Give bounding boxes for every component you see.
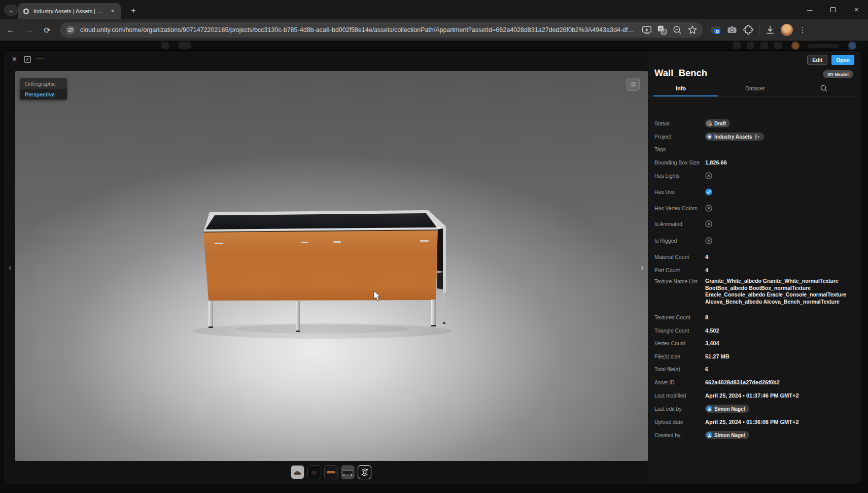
- tab-search-menu-button[interactable]: ⌄: [4, 5, 18, 16]
- fullscreen-icon[interactable]: [24, 56, 31, 63]
- field-row-last-edit-by: Last edit by Simon Nagel: [654, 404, 854, 413]
- person-icon: [707, 407, 712, 411]
- file-thumbnail-boot[interactable]: [291, 465, 304, 479]
- field-row-textures-count: Textures Count 8: [654, 313, 854, 322]
- no-icon: [705, 172, 712, 179]
- screen: ⌄ Industry Assets | Assets | Unity ✕ + —…: [0, 0, 868, 493]
- dimmed-icon: [760, 42, 768, 49]
- extensions-area: ⋮: [710, 24, 811, 36]
- dimmed-text: [808, 44, 839, 48]
- field-row-vertex-count: Vertex Count 3,404: [654, 339, 854, 348]
- browser-profile-avatar[interactable]: [781, 24, 793, 36]
- edit-button[interactable]: Edit: [807, 55, 827, 65]
- field-row-is-animated: Is Animated: [654, 219, 854, 228]
- prev-asset-chevron[interactable]: ‹: [9, 263, 12, 272]
- field-row-total-files: Total file(s) 6: [654, 365, 854, 374]
- dimmed-icon: [161, 42, 169, 49]
- dimmed-page-header: [0, 41, 868, 51]
- field-row-is-rigged: Is Rigged: [654, 236, 854, 245]
- screenshot-extension-icon[interactable]: [710, 24, 721, 36]
- maximize-button[interactable]: [821, 0, 845, 19]
- tab-info[interactable]: Info: [666, 80, 696, 96]
- project-icon: [706, 134, 712, 140]
- viewport-settings-button[interactable]: [627, 78, 640, 91]
- browser-tab[interactable]: Industry Assets | Assets | Unity ✕: [18, 3, 121, 19]
- window-controls: — ✕: [798, 0, 868, 19]
- dimmed-avatar: [848, 42, 856, 50]
- asset-title: Wall_Bench: [654, 68, 707, 79]
- minimize-button[interactable]: —: [798, 0, 821, 19]
- field-row-created-by: Created by Simon Nagel: [654, 431, 854, 440]
- field-row-asset-id: Asset ID 662a4028d831a27ded26f0b2: [654, 378, 854, 387]
- new-tab-button[interactable]: +: [128, 5, 139, 16]
- address-bar[interactable]: cloud.unity.com/home/organizations/90714…: [60, 22, 703, 38]
- no-icon: [705, 205, 712, 212]
- field-row-part-count: Part Count 4: [654, 266, 854, 275]
- field-row-triangle-count: Triangle Count 4,502: [654, 326, 854, 335]
- project-versions-icon: [754, 134, 760, 140]
- site-info-icon[interactable]: [65, 24, 76, 36]
- dimmed-icon: [774, 42, 782, 49]
- field-row-has-uvs: Has Uvs: [654, 187, 854, 196]
- field-row-material-count: Material Count 4: [654, 252, 854, 261]
- orbit-3d-view-button[interactable]: [358, 465, 371, 479]
- save-to-device-icon[interactable]: [641, 24, 652, 36]
- svg-text:A: A: [663, 29, 666, 34]
- no-icon: [705, 220, 712, 227]
- field-row-project: Project Industry Assets: [654, 132, 854, 141]
- tab-close-icon[interactable]: ✕: [109, 7, 117, 15]
- asset-type-badge: 3D Model: [823, 70, 853, 78]
- draft-status-icon: [706, 120, 712, 126]
- bookmark-star-icon[interactable]: [687, 24, 698, 36]
- field-row-last-modified: Last modified April 25, 2024 • 01:37:46 …: [654, 391, 854, 400]
- downloads-icon[interactable]: [765, 24, 776, 36]
- modal-close-icon[interactable]: ✕: [12, 55, 17, 63]
- active-tab-underline: [653, 95, 718, 96]
- status-pill[interactable]: Draft: [705, 119, 730, 127]
- field-row-files-size: File(s) size 51.27 MB: [654, 352, 854, 361]
- reload-button[interactable]: ⟳: [40, 22, 55, 38]
- file-thumbnail-bench[interactable]: [341, 465, 355, 479]
- zoom-icon[interactable]: [672, 24, 683, 36]
- user-pill[interactable]: Simon Nagel: [705, 405, 749, 413]
- tab-dataset[interactable]: Dataset: [737, 80, 773, 96]
- back-button[interactable]: ←: [3, 22, 18, 38]
- 3d-viewport[interactable]: Orthographic Perspective ›: [15, 71, 648, 461]
- asset-preview-modal: ✕ ⋯ ‹: [3, 51, 862, 484]
- file-thumbnail-console[interactable]: [324, 465, 338, 479]
- panel-search-icon[interactable]: [820, 84, 828, 92]
- browser-menu-icon[interactable]: ⋮: [799, 26, 806, 34]
- projection-dropdown: Orthographic Perspective: [20, 78, 67, 100]
- projection-option-orthographic[interactable]: Orthographic: [20, 78, 67, 89]
- more-options-icon[interactable]: ⋯: [37, 54, 44, 62]
- project-pill[interactable]: Industry Assets: [705, 133, 764, 141]
- yes-check-icon: [705, 188, 712, 195]
- browser-tab-strip: ⌄ Industry Assets | Assets | Unity ✕ + —…: [0, 0, 868, 19]
- camera-extension-icon[interactable]: [726, 24, 738, 36]
- url-text[interactable]: cloud.unity.com/home/organizations/90714…: [80, 26, 637, 34]
- field-row-has-lights: Has Lights: [654, 171, 854, 180]
- user-avatar: [706, 406, 712, 412]
- dimmed-icon: [747, 42, 754, 49]
- dimmed-icon: [733, 42, 741, 49]
- open-button[interactable]: Open: [831, 55, 854, 65]
- wall-bench-3d-model[interactable]: [15, 71, 648, 461]
- user-pill[interactable]: Simon Nagel: [705, 431, 749, 439]
- translate-icon[interactable]: 文 A: [656, 24, 668, 36]
- asset-info-panel: Edit Open Wall_Bench 3D Model Info Datas…: [648, 51, 859, 484]
- preview-toolbar: [291, 465, 371, 479]
- window-close-button[interactable]: ✕: [845, 0, 868, 19]
- field-row-bounding-box: Bounding Box Size 1,826.66: [654, 158, 854, 167]
- projection-option-perspective[interactable]: Perspective: [20, 89, 67, 100]
- file-thumbnail-dark[interactable]: [307, 465, 321, 479]
- field-row-upload-date: Upload date April 25, 2024 • 01:36:08 PM…: [654, 417, 854, 426]
- mouse-cursor: [373, 290, 383, 302]
- extensions-puzzle-icon[interactable]: [743, 24, 754, 36]
- panel-actions: Edit Open: [807, 55, 854, 65]
- field-row-tags: Tags: [654, 145, 854, 154]
- sliders-icon: [630, 81, 637, 88]
- texture-name-list: Granite_White_albedo Granite_White_norma…: [705, 278, 846, 305]
- field-row-status: Status Draft: [654, 119, 854, 128]
- forward-button[interactable]: →: [21, 22, 37, 38]
- next-asset-chevron[interactable]: ›: [641, 263, 644, 272]
